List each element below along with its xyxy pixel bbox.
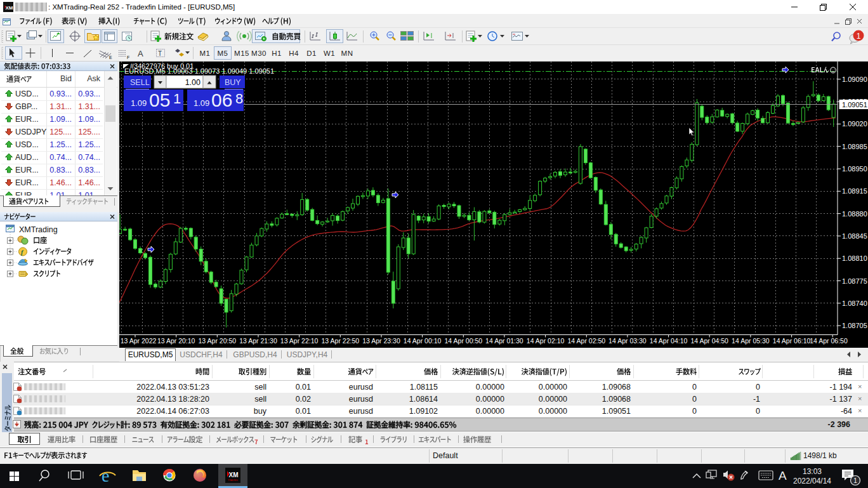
- svg-text:13 Apr 20:50: 13 Apr 20:50: [199, 337, 237, 345]
- svg-text:14 Apr 04:50: 14 Apr 04:50: [690, 337, 728, 345]
- svg-text:T: T: [158, 50, 162, 57]
- svg-text:14 Apr 03:30: 14 Apr 03:30: [608, 337, 647, 345]
- svg-text:14 Apr 01:30: 14 Apr 01:30: [485, 337, 523, 345]
- svg-text:1.08845: 1.08845: [842, 232, 867, 240]
- svg-text:13 Apr 2022: 13 Apr 2022: [121, 337, 157, 345]
- svg-text:1.09051: 1.09051: [842, 101, 867, 109]
- svg-text:1.08985: 1.08985: [842, 143, 867, 150]
- svg-text:1.09090: 1.09090: [842, 76, 867, 83]
- svg-text:1.09: 1.09: [194, 98, 209, 108]
- svg-text:8: 8: [235, 91, 243, 107]
- svg-text:14 Apr 00:50: 14 Apr 00:50: [445, 337, 483, 345]
- svg-text:14 Apr 02:10: 14 Apr 02:10: [527, 337, 565, 345]
- svg-text:06: 06: [211, 89, 232, 110]
- svg-text:1.08880: 1.08880: [842, 210, 867, 218]
- svg-text:1.00: 1.00: [185, 78, 201, 87]
- svg-text:2022/04/14: 2022/04/14: [793, 477, 831, 485]
- svg-text:EURUSD,M5 1.09063 1.09073 1.09: EURUSD,M5 1.09063 1.09073 1.09049 1.0905…: [124, 67, 274, 75]
- svg-text:XM: XM: [229, 472, 239, 478]
- svg-text:13 Apr 21:30: 13 Apr 21:30: [239, 337, 277, 345]
- svg-text:A: A: [138, 49, 143, 58]
- svg-text:1.08740: 1.08740: [842, 300, 867, 307]
- svg-text:05: 05: [149, 89, 170, 110]
- svg-text:F: F: [127, 55, 129, 60]
- svg-text:13 Apr 22:50: 13 Apr 22:50: [322, 337, 360, 345]
- svg-text:13:03: 13:03: [803, 467, 822, 476]
- svg-text:1.08915: 1.08915: [842, 187, 867, 195]
- svg-text:13 Apr 20:10: 13 Apr 20:10: [157, 337, 195, 345]
- svg-text:A: A: [779, 469, 787, 482]
- svg-text:14 Apr 06:10: 14 Apr 06:10: [773, 337, 811, 345]
- svg-text:14 Apr 04:10: 14 Apr 04:10: [650, 337, 688, 345]
- svg-text:14 Apr 00:10: 14 Apr 00:10: [404, 337, 442, 345]
- svg-text:14 Apr 05:30: 14 Apr 05:30: [732, 337, 770, 345]
- svg-text:BUY: BUY: [225, 78, 241, 87]
- svg-text:e: e: [102, 466, 109, 485]
- svg-text:1: 1: [857, 32, 861, 41]
- svg-text:14 Apr 06:50: 14 Apr 06:50: [810, 337, 848, 345]
- svg-text:1.09: 1.09: [131, 98, 147, 108]
- svg-text:13 Apr 23:30: 13 Apr 23:30: [362, 337, 400, 345]
- svg-text:SELL: SELL: [130, 78, 150, 87]
- svg-text:13 Apr 22:10: 13 Apr 22:10: [280, 337, 319, 345]
- svg-text:1: 1: [853, 477, 857, 484]
- svg-text:1: 1: [173, 91, 181, 107]
- svg-text:14 Apr 02:50: 14 Apr 02:50: [568, 337, 606, 345]
- svg-text:E: E: [109, 55, 112, 60]
- svg-text:TRADING: TRADING: [228, 479, 238, 482]
- svg-text:1.08950: 1.08950: [842, 165, 867, 173]
- svg-text:XM: XM: [6, 5, 13, 11]
- svg-text:1.09020: 1.09020: [842, 120, 867, 128]
- svg-text:1.08705: 1.08705: [842, 322, 867, 329]
- svg-text:1.08810: 1.08810: [842, 254, 867, 262]
- svg-text:1.08775: 1.08775: [842, 277, 867, 285]
